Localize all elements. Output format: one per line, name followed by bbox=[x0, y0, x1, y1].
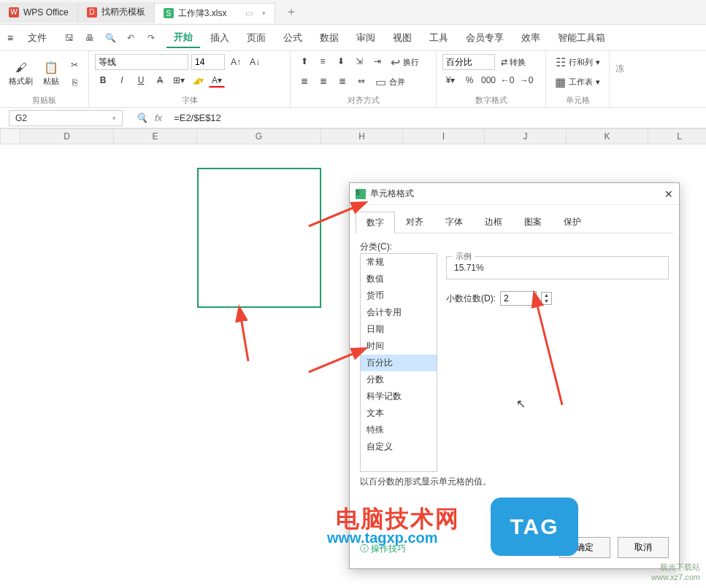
tab-menu-icon[interactable]: ▭ bbox=[245, 8, 253, 18]
category-item[interactable]: 会计专用 bbox=[361, 304, 437, 321]
orientation-button[interactable]: ⇲ bbox=[351, 54, 367, 69]
dialog-tab-protect[interactable]: 保护 bbox=[553, 211, 592, 233]
select-all-corner[interactable] bbox=[0, 128, 20, 144]
close-button[interactable]: ✕ bbox=[664, 188, 673, 200]
cut-button[interactable]: ✂ bbox=[66, 58, 83, 72]
currency-button[interactable]: ¥▾ bbox=[442, 73, 458, 88]
category-item[interactable]: 数值 bbox=[361, 271, 437, 287]
format-painter-button[interactable]: 🖌格式刷 bbox=[6, 60, 36, 88]
category-item[interactable]: 分数 bbox=[361, 371, 437, 388]
add-tab-button[interactable]: ＋ bbox=[275, 4, 307, 20]
decrease-font-button[interactable]: A↓ bbox=[247, 55, 263, 69]
formula-input[interactable]: =E2/$E$12 bbox=[174, 112, 221, 123]
comma-button[interactable]: 000 bbox=[480, 73, 496, 88]
menu-item[interactable]: 工具 bbox=[422, 28, 456, 47]
column-header[interactable]: G bbox=[197, 128, 321, 144]
save-icon[interactable]: 🖫 bbox=[63, 33, 76, 43]
italic-button[interactable]: I bbox=[114, 73, 130, 88]
column-header[interactable]: D bbox=[20, 128, 114, 144]
category-item[interactable]: 货币 bbox=[361, 287, 437, 304]
template-icon: D bbox=[87, 7, 97, 18]
inc-decimal-button[interactable]: ←0 bbox=[499, 73, 515, 88]
app-tab-template[interactable]: D 找稻壳模板 bbox=[78, 2, 155, 23]
category-list[interactable]: 常规数值货币会计专用日期时间百分比分数科学记数文本特殊自定义 bbox=[360, 253, 437, 472]
dialog-tab-align[interactable]: 对齐 bbox=[395, 211, 434, 233]
dialog-tab-pattern[interactable]: 图案 bbox=[513, 211, 553, 233]
align-top-button[interactable]: ⬆ bbox=[296, 54, 312, 69]
category-item[interactable]: 百分比 bbox=[361, 355, 437, 371]
wrap-button[interactable]: ↩换行 bbox=[388, 54, 422, 71]
column-header[interactable]: H bbox=[321, 128, 403, 144]
fx-icon[interactable]: fx bbox=[155, 112, 162, 123]
category-item[interactable]: 自定义 bbox=[361, 438, 437, 455]
category-item[interactable]: 科学记数 bbox=[361, 388, 437, 405]
group-label: 对齐方式 bbox=[296, 93, 430, 106]
brush-icon: 🖌 bbox=[15, 61, 27, 74]
font-color-button[interactable]: A▾ bbox=[209, 73, 225, 88]
rowcol-button[interactable]: ☷行和列▾ bbox=[552, 54, 603, 71]
column-header[interactable]: K bbox=[567, 128, 648, 144]
menu-item[interactable]: 页面 bbox=[239, 28, 273, 47]
app-tab-wps[interactable]: W WPS Office bbox=[0, 2, 78, 23]
font-name-select[interactable] bbox=[95, 54, 188, 70]
category-item[interactable]: 常规 bbox=[361, 254, 437, 271]
align-bottom-button[interactable]: ⬇ bbox=[333, 54, 349, 69]
strike-button[interactable]: A̶ bbox=[152, 73, 168, 88]
tab-dropdown-icon[interactable]: ▾ bbox=[262, 9, 266, 17]
category-item[interactable]: 时间 bbox=[361, 338, 437, 355]
cancel-formula-icon[interactable]: 🔍 bbox=[136, 112, 147, 123]
menu-item[interactable]: 智能工具箱 bbox=[550, 28, 613, 47]
dec-decimal-button[interactable]: →0 bbox=[518, 73, 534, 88]
undo-icon[interactable]: ↶ bbox=[124, 33, 137, 43]
app-tab-workbook[interactable]: S 工作簿3.xlsx ▭ ▾ bbox=[155, 3, 276, 23]
copy-button[interactable]: ⎘ bbox=[66, 75, 83, 90]
redo-icon[interactable]: ↷ bbox=[145, 33, 158, 43]
preview-icon[interactable]: 🔍 bbox=[104, 33, 117, 43]
merge-button[interactable]: ▭合并 bbox=[372, 74, 408, 90]
wrap-icon: ↩ bbox=[391, 55, 400, 69]
indent-button[interactable]: ⇥ bbox=[369, 54, 385, 69]
name-box[interactable]: G2 ▾ bbox=[9, 110, 123, 126]
menu-item[interactable]: 插入 bbox=[203, 28, 237, 47]
column-header[interactable]: E bbox=[114, 128, 197, 144]
align-middle-button[interactable]: ≡ bbox=[315, 54, 331, 69]
menu-item[interactable]: 会员专享 bbox=[458, 28, 511, 47]
bold-button[interactable]: B bbox=[95, 73, 111, 88]
border-button[interactable]: ⊞▾ bbox=[171, 73, 187, 88]
distribute-button[interactable]: ⇔ bbox=[353, 74, 369, 88]
column-header[interactable]: J bbox=[485, 128, 567, 144]
category-item[interactable]: 日期 bbox=[361, 321, 437, 338]
fill-color-button[interactable]: ◢▾ bbox=[190, 73, 206, 88]
paste-button[interactable]: 📋粘贴 bbox=[40, 59, 62, 88]
menu-item[interactable]: 公式 bbox=[276, 28, 310, 47]
cancel-button[interactable]: 取消 bbox=[618, 537, 669, 558]
column-header[interactable]: L bbox=[648, 128, 706, 144]
menu-item[interactable]: 开始 bbox=[166, 28, 200, 48]
menu-item[interactable]: 数据 bbox=[312, 28, 346, 47]
align-right-button[interactable]: ≣ bbox=[334, 74, 350, 88]
font-size-select[interactable] bbox=[191, 54, 225, 70]
convert-button[interactable]: ⇄转换 bbox=[498, 54, 529, 70]
spin-up-icon[interactable]: ▲ bbox=[542, 293, 551, 298]
dialog-tabs: 数字 对齐 字体 边框 图案 保护 bbox=[356, 211, 673, 233]
align-center-button[interactable]: ≣ bbox=[315, 74, 331, 88]
dialog-tab-font[interactable]: 字体 bbox=[434, 211, 474, 233]
number-format-select[interactable] bbox=[442, 54, 495, 70]
underline-button[interactable]: U bbox=[133, 73, 149, 88]
rowcol-icon: ☷ bbox=[556, 55, 566, 69]
menu-item[interactable]: 视图 bbox=[385, 28, 419, 47]
category-item[interactable]: 特殊 bbox=[361, 422, 437, 438]
menu-item[interactable]: 审阅 bbox=[349, 28, 383, 47]
percent-button[interactable]: % bbox=[461, 73, 477, 88]
column-header[interactable]: I bbox=[403, 128, 485, 144]
align-left-button[interactable]: ≣ bbox=[296, 74, 312, 88]
category-item[interactable]: 文本 bbox=[361, 405, 437, 422]
menu-file[interactable]: 文件 bbox=[20, 28, 54, 47]
hamburger-icon[interactable]: ≡ bbox=[7, 32, 18, 44]
increase-font-button[interactable]: A↑ bbox=[228, 55, 244, 69]
print-icon[interactable]: 🖶 bbox=[83, 33, 96, 43]
menu-item[interactable]: 效率 bbox=[514, 28, 548, 47]
dialog-tab-border[interactable]: 边框 bbox=[474, 211, 513, 233]
svg-line-2 bbox=[309, 352, 356, 372]
worksheet-button[interactable]: ▦工作表▾ bbox=[552, 74, 603, 90]
